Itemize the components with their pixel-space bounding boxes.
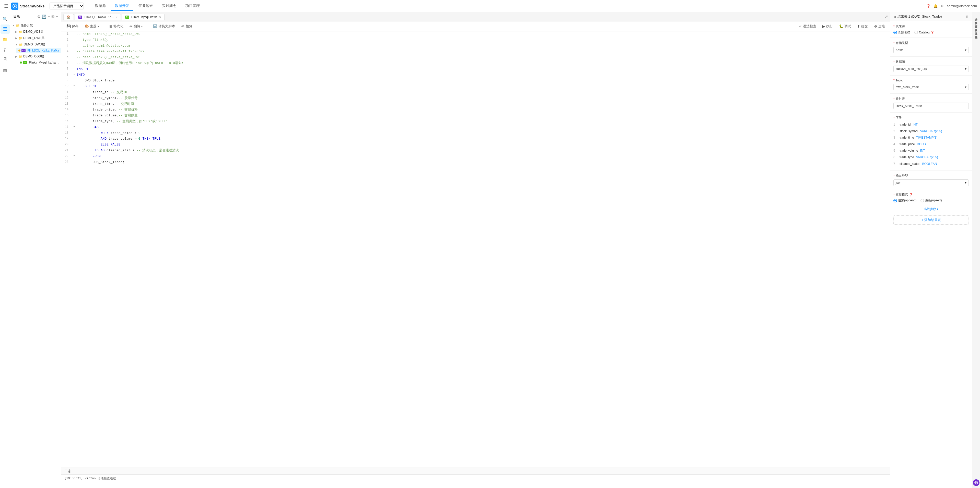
convert-button[interactable]: 🔄 转换为脚本 xyxy=(151,23,177,30)
help-icon[interactable]: ❓ xyxy=(909,193,913,196)
folder-icon: 📁 xyxy=(18,36,22,40)
globe-icon[interactable] xyxy=(973,479,980,486)
output-type-select[interactable]: json ▾ xyxy=(893,179,969,186)
flinkx-icon: Fx xyxy=(23,61,27,64)
topic-select[interactable]: dwd_stock_trade ▾ xyxy=(893,84,969,90)
edit-icon: ✏ xyxy=(129,24,133,29)
line-content: trade_time,-- 交易时间 xyxy=(76,101,890,107)
code-line-5: 5 -- desc FlinkSQL_Kafka_Kafka_DWD xyxy=(61,55,890,60)
datasource-select[interactable]: kafka2x_auto_test(2.x) ▾ xyxy=(893,66,969,72)
collapse-icon[interactable]: − xyxy=(48,14,50,19)
advanced-params-label: 高级参数 xyxy=(924,207,936,211)
sidebar-tab-env[interactable]: 环境参数 xyxy=(974,21,978,24)
table-source-radio: 直接创建 Catalog ❓ xyxy=(893,30,969,35)
tree-item-dws[interactable]: ▶ 📁 DEMO_DWS层 xyxy=(13,35,61,41)
tab-close-flinksql[interactable]: × xyxy=(116,15,118,19)
panel-title-text: 结果表 1 (DWD_Stock_Trade) xyxy=(897,14,942,19)
sidebar-tab-batch-template[interactable]: 批模版 xyxy=(974,29,978,32)
run-button[interactable]: ▶ 执行 xyxy=(820,23,835,30)
line-content: -- type FlinkSQL xyxy=(76,38,890,43)
tree-item-root[interactable]: ▼ 📁 任务开发 xyxy=(10,22,61,29)
refresh-icon[interactable]: 🔄 xyxy=(42,14,46,19)
syntax-check-button[interactable]: ✓ 语法检查 xyxy=(797,23,818,30)
field-num: 6 xyxy=(893,155,897,160)
tab-home[interactable]: 🏠 xyxy=(64,14,74,20)
debug-button[interactable]: 🐛 调试 xyxy=(837,23,853,30)
save-button[interactable]: 💾 保存 xyxy=(64,23,81,30)
tab-close-flinkx[interactable]: × xyxy=(159,15,161,19)
nav-task-ops[interactable]: 任务运维 xyxy=(134,2,157,11)
collapse-panel-icon[interactable]: ◀ xyxy=(893,15,896,19)
sidebar-tab-task-identify[interactable]: 任务识别 xyxy=(974,32,978,35)
code-line-16: 16 trade_type, -- 交易类型，如'BUY'或'SELL' xyxy=(61,119,890,125)
sidebar-tab-results[interactable]: 结果表 xyxy=(974,14,978,17)
sidebar-tab-task-params[interactable]: 任务参数 xyxy=(974,18,978,21)
tree-item-ads[interactable]: ▶ 📁 DEMO_ADS层 xyxy=(13,29,61,35)
submit-icon: ⬆ xyxy=(857,24,860,29)
submit-button[interactable]: ⬆ 提交 xyxy=(855,23,870,30)
help-icon[interactable]: ❓ xyxy=(931,31,934,34)
tab-flinksql[interactable]: Fk FlinkSQL_Kafka_Ka... × xyxy=(75,14,121,20)
theme-button[interactable]: 🎨 主题 ▾ xyxy=(83,23,101,30)
nav-realtime[interactable]: 实时湖仓 xyxy=(158,2,180,11)
sidebar-tasks[interactable] xyxy=(0,24,10,34)
top-right-actions: ❓ 🔔 ⚙ admin@dtstack.com xyxy=(926,4,977,8)
mapping-table-input[interactable]: DWD_Stock_Trade xyxy=(893,103,969,109)
tree-item-dwd[interactable]: ▼ 📁 DEMO_DWD层 xyxy=(13,41,61,48)
message-icon[interactable]: ✉ xyxy=(51,14,54,19)
select-value: kafka2x_auto_test(2.x) xyxy=(896,67,927,71)
settings-icon[interactable]: ⚙ xyxy=(941,4,944,8)
nav-datasource[interactable]: 数据源 xyxy=(91,2,110,11)
line-arrow: ▾ xyxy=(72,154,76,158)
radio-upsert[interactable]: 更新(upsert) xyxy=(921,198,942,203)
radio-direct-create[interactable]: 直接创建 xyxy=(893,30,910,35)
tree-item-ods[interactable]: ▶ 📁 DEMO_ODS层 xyxy=(13,53,61,60)
log-area: 日志 [19:36:31] <info> 语法检查通过 xyxy=(61,467,890,488)
add-icon[interactable]: + xyxy=(56,14,58,19)
help-icon[interactable]: ❓ xyxy=(926,4,931,8)
tree-item-label: 任务开发 xyxy=(21,23,33,28)
nav-project[interactable]: 项目管理 xyxy=(181,2,204,11)
operate-button[interactable]: ⚙ 运维 xyxy=(872,23,887,30)
add-result-label: + 添加结果表 xyxy=(921,218,941,222)
menu-icon[interactable]: ☰ xyxy=(3,2,9,10)
edit-button[interactable]: ✏ 编辑 ▾ xyxy=(127,23,145,30)
tree-item-flinksql-kafka[interactable]: Fk FlinkSQL_Kafka_Kafka_... xyxy=(16,48,61,53)
tree-item-flinkx-mysql[interactable]: Fx Flinkx_Mysql_kafka ... xyxy=(16,60,61,65)
mapping-table-section: * 映射表 DWD_Stock_Trade xyxy=(890,93,972,112)
required-star: * xyxy=(893,116,895,120)
line-number: 9 xyxy=(61,78,72,83)
sidebar-resource[interactable]: 📁 xyxy=(0,35,10,44)
flink-tab-icon: Fk xyxy=(78,16,82,19)
line-content: END AS cleaned_status -- 清洗状态，是否通过清洗 xyxy=(76,148,890,154)
locate-icon[interactable]: ⊙ xyxy=(37,14,40,19)
directory-panel: 目录 ⊙ 🔄 − ✉ + ▼ 📁 任务开发 ▶ 📁 DEMO_ADS层 xyxy=(10,12,61,488)
expand-arrow: ▶ xyxy=(15,37,18,40)
code-editor: 1 -- name FlinkSQL_Kafka_Kafka_DWD 2 -- … xyxy=(61,32,890,467)
sidebar-search[interactable]: 🔍 xyxy=(0,14,10,24)
format-button[interactable]: ⊞ 格式化 xyxy=(107,23,126,30)
notification-icon[interactable]: 🔔 xyxy=(934,4,938,8)
label-text: 更新模式 xyxy=(896,192,908,197)
expand-tab-icon[interactable]: ⤢ xyxy=(885,14,888,19)
add-result-button[interactable]: + 添加结果表 xyxy=(893,215,969,225)
delete-result-icon[interactable]: 🗑 xyxy=(966,15,969,19)
sidebar-tab-task-desc[interactable]: 任务说明 xyxy=(974,25,978,28)
folder-icon: 📁 xyxy=(19,43,23,46)
line-content: WHEN trade_price > 0 xyxy=(76,131,890,136)
line-content: -- name FlinkSQL_Kafka_Kafka_DWD xyxy=(76,32,890,37)
nav-data-dev[interactable]: 数据开发 xyxy=(111,2,134,11)
topic-label: * Topic xyxy=(893,79,969,82)
storage-type-select[interactable]: Kafka ▾ xyxy=(893,47,969,53)
radio-catalog[interactable]: Catalog ❓ xyxy=(914,31,934,34)
preview-button[interactable]: 👁 预览 xyxy=(179,23,194,30)
sidebar-function[interactable]: ƒ xyxy=(0,45,10,54)
code-content[interactable]: 1 -- name FlinkSQL_Kafka_Kafka_DWD 2 -- … xyxy=(61,32,890,467)
advanced-params-btn[interactable]: 高级参数 ▾ xyxy=(890,206,972,212)
radio-append[interactable]: 追加(append) xyxy=(893,198,916,203)
tab-flinkx[interactable]: Fx Flinkx_Mysql_kafka × xyxy=(122,14,164,21)
sidebar-data[interactable]: 🗄 xyxy=(0,55,10,64)
project-selector[interactable]: 产品演示项目 xyxy=(49,3,84,10)
code-line-7: 7 INSERT xyxy=(61,67,890,72)
sidebar-table[interactable]: ▦ xyxy=(0,65,10,74)
